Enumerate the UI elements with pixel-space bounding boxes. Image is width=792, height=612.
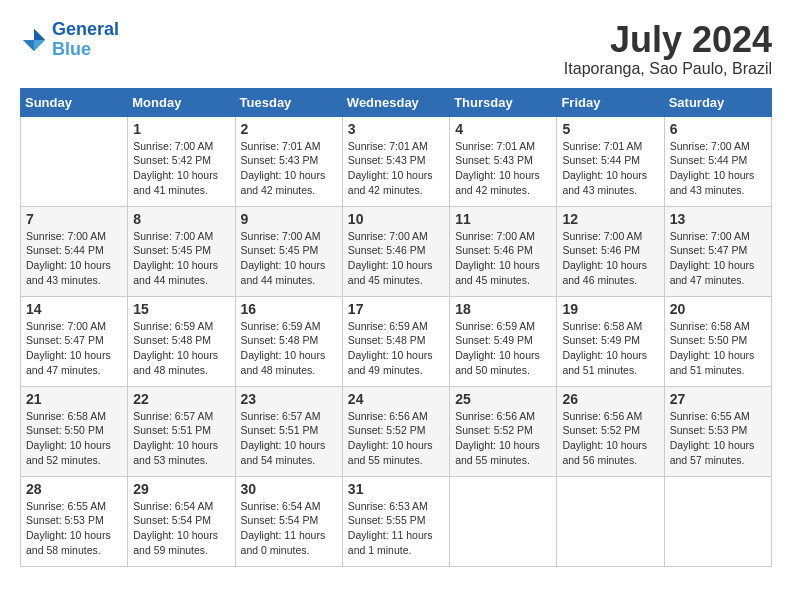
day-number: 18 (455, 301, 551, 317)
calendar-week-row: 21 Sunrise: 6:58 AM Sunset: 5:50 PM Dayl… (21, 386, 772, 476)
weekday-header: Sunday (21, 88, 128, 116)
calendar-day-cell: 31 Sunrise: 6:53 AM Sunset: 5:55 PM Dayl… (342, 476, 449, 566)
day-info: Sunrise: 6:58 AM Sunset: 5:49 PM Dayligh… (562, 319, 658, 378)
day-info: Sunrise: 6:56 AM Sunset: 5:52 PM Dayligh… (348, 409, 444, 468)
calendar-day-cell: 15 Sunrise: 6:59 AM Sunset: 5:48 PM Dayl… (128, 296, 235, 386)
calendar-day-cell: 20 Sunrise: 6:58 AM Sunset: 5:50 PM Dayl… (664, 296, 771, 386)
day-number: 14 (26, 301, 122, 317)
day-number: 11 (455, 211, 551, 227)
calendar-day-cell: 4 Sunrise: 7:01 AM Sunset: 5:43 PM Dayli… (450, 116, 557, 206)
day-info: Sunrise: 7:00 AM Sunset: 5:44 PM Dayligh… (26, 229, 122, 288)
day-info: Sunrise: 7:00 AM Sunset: 5:46 PM Dayligh… (562, 229, 658, 288)
calendar-day-cell: 17 Sunrise: 6:59 AM Sunset: 5:48 PM Dayl… (342, 296, 449, 386)
calendar-day-cell: 14 Sunrise: 7:00 AM Sunset: 5:47 PM Dayl… (21, 296, 128, 386)
logo-icon (20, 26, 48, 54)
day-info: Sunrise: 7:00 AM Sunset: 5:45 PM Dayligh… (241, 229, 337, 288)
day-number: 24 (348, 391, 444, 407)
day-number: 27 (670, 391, 766, 407)
day-number: 9 (241, 211, 337, 227)
calendar-day-cell: 18 Sunrise: 6:59 AM Sunset: 5:49 PM Dayl… (450, 296, 557, 386)
calendar-day-cell: 16 Sunrise: 6:59 AM Sunset: 5:48 PM Dayl… (235, 296, 342, 386)
calendar-day-cell: 30 Sunrise: 6:54 AM Sunset: 5:54 PM Dayl… (235, 476, 342, 566)
day-number: 7 (26, 211, 122, 227)
weekday-header: Saturday (664, 88, 771, 116)
day-info: Sunrise: 6:54 AM Sunset: 5:54 PM Dayligh… (133, 499, 229, 558)
day-number: 22 (133, 391, 229, 407)
weekday-header: Thursday (450, 88, 557, 116)
day-number: 30 (241, 481, 337, 497)
day-number: 16 (241, 301, 337, 317)
day-info: Sunrise: 6:59 AM Sunset: 5:49 PM Dayligh… (455, 319, 551, 378)
day-number: 20 (670, 301, 766, 317)
calendar-day-cell: 22 Sunrise: 6:57 AM Sunset: 5:51 PM Dayl… (128, 386, 235, 476)
day-info: Sunrise: 7:00 AM Sunset: 5:44 PM Dayligh… (670, 139, 766, 198)
calendar-day-cell (664, 476, 771, 566)
day-number: 31 (348, 481, 444, 497)
location-title: Itaporanga, Sao Paulo, Brazil (564, 60, 772, 78)
day-info: Sunrise: 6:59 AM Sunset: 5:48 PM Dayligh… (133, 319, 229, 378)
calendar-day-cell: 13 Sunrise: 7:00 AM Sunset: 5:47 PM Dayl… (664, 206, 771, 296)
day-number: 19 (562, 301, 658, 317)
title-block: July 2024 Itaporanga, Sao Paulo, Brazil (564, 20, 772, 78)
day-info: Sunrise: 7:00 AM Sunset: 5:46 PM Dayligh… (348, 229, 444, 288)
calendar-day-cell (21, 116, 128, 206)
calendar-day-cell: 27 Sunrise: 6:55 AM Sunset: 5:53 PM Dayl… (664, 386, 771, 476)
weekday-header-row: SundayMondayTuesdayWednesdayThursdayFrid… (21, 88, 772, 116)
day-number: 17 (348, 301, 444, 317)
day-number: 15 (133, 301, 229, 317)
day-info: Sunrise: 7:00 AM Sunset: 5:47 PM Dayligh… (670, 229, 766, 288)
weekday-header: Friday (557, 88, 664, 116)
calendar-day-cell: 26 Sunrise: 6:56 AM Sunset: 5:52 PM Dayl… (557, 386, 664, 476)
calendar-day-cell: 9 Sunrise: 7:00 AM Sunset: 5:45 PM Dayli… (235, 206, 342, 296)
calendar-week-row: 14 Sunrise: 7:00 AM Sunset: 5:47 PM Dayl… (21, 296, 772, 386)
day-info: Sunrise: 6:57 AM Sunset: 5:51 PM Dayligh… (133, 409, 229, 468)
day-info: Sunrise: 6:59 AM Sunset: 5:48 PM Dayligh… (241, 319, 337, 378)
calendar-week-row: 7 Sunrise: 7:00 AM Sunset: 5:44 PM Dayli… (21, 206, 772, 296)
day-info: Sunrise: 6:56 AM Sunset: 5:52 PM Dayligh… (455, 409, 551, 468)
calendar-day-cell: 19 Sunrise: 6:58 AM Sunset: 5:49 PM Dayl… (557, 296, 664, 386)
day-number: 4 (455, 121, 551, 137)
weekday-header: Wednesday (342, 88, 449, 116)
day-info: Sunrise: 6:53 AM Sunset: 5:55 PM Dayligh… (348, 499, 444, 558)
calendar-day-cell: 21 Sunrise: 6:58 AM Sunset: 5:50 PM Dayl… (21, 386, 128, 476)
calendar-day-cell: 3 Sunrise: 7:01 AM Sunset: 5:43 PM Dayli… (342, 116, 449, 206)
day-info: Sunrise: 6:56 AM Sunset: 5:52 PM Dayligh… (562, 409, 658, 468)
day-number: 8 (133, 211, 229, 227)
day-info: Sunrise: 7:00 AM Sunset: 5:45 PM Dayligh… (133, 229, 229, 288)
day-info: Sunrise: 6:59 AM Sunset: 5:48 PM Dayligh… (348, 319, 444, 378)
calendar-day-cell (557, 476, 664, 566)
day-number: 21 (26, 391, 122, 407)
weekday-header: Tuesday (235, 88, 342, 116)
calendar-day-cell: 24 Sunrise: 6:56 AM Sunset: 5:52 PM Dayl… (342, 386, 449, 476)
day-info: Sunrise: 6:57 AM Sunset: 5:51 PM Dayligh… (241, 409, 337, 468)
calendar-table: SundayMondayTuesdayWednesdayThursdayFrid… (20, 88, 772, 567)
day-number: 12 (562, 211, 658, 227)
day-number: 10 (348, 211, 444, 227)
day-info: Sunrise: 7:01 AM Sunset: 5:43 PM Dayligh… (348, 139, 444, 198)
calendar-day-cell: 10 Sunrise: 7:00 AM Sunset: 5:46 PM Dayl… (342, 206, 449, 296)
day-number: 13 (670, 211, 766, 227)
month-title: July 2024 (564, 20, 772, 60)
logo: General Blue (20, 20, 119, 60)
calendar-day-cell (450, 476, 557, 566)
day-number: 29 (133, 481, 229, 497)
day-info: Sunrise: 7:01 AM Sunset: 5:43 PM Dayligh… (241, 139, 337, 198)
calendar-day-cell: 6 Sunrise: 7:00 AM Sunset: 5:44 PM Dayli… (664, 116, 771, 206)
calendar-day-cell: 29 Sunrise: 6:54 AM Sunset: 5:54 PM Dayl… (128, 476, 235, 566)
day-info: Sunrise: 7:00 AM Sunset: 5:47 PM Dayligh… (26, 319, 122, 378)
calendar-day-cell: 12 Sunrise: 7:00 AM Sunset: 5:46 PM Dayl… (557, 206, 664, 296)
calendar-day-cell: 11 Sunrise: 7:00 AM Sunset: 5:46 PM Dayl… (450, 206, 557, 296)
day-info: Sunrise: 6:58 AM Sunset: 5:50 PM Dayligh… (26, 409, 122, 468)
day-info: Sunrise: 6:55 AM Sunset: 5:53 PM Dayligh… (670, 409, 766, 468)
day-number: 28 (26, 481, 122, 497)
day-number: 5 (562, 121, 658, 137)
day-info: Sunrise: 7:00 AM Sunset: 5:46 PM Dayligh… (455, 229, 551, 288)
day-info: Sunrise: 7:01 AM Sunset: 5:43 PM Dayligh… (455, 139, 551, 198)
day-info: Sunrise: 6:58 AM Sunset: 5:50 PM Dayligh… (670, 319, 766, 378)
day-number: 3 (348, 121, 444, 137)
day-number: 6 (670, 121, 766, 137)
day-info: Sunrise: 7:00 AM Sunset: 5:42 PM Dayligh… (133, 139, 229, 198)
calendar-day-cell: 2 Sunrise: 7:01 AM Sunset: 5:43 PM Dayli… (235, 116, 342, 206)
calendar-day-cell: 28 Sunrise: 6:55 AM Sunset: 5:53 PM Dayl… (21, 476, 128, 566)
svg-marker-1 (34, 40, 45, 51)
